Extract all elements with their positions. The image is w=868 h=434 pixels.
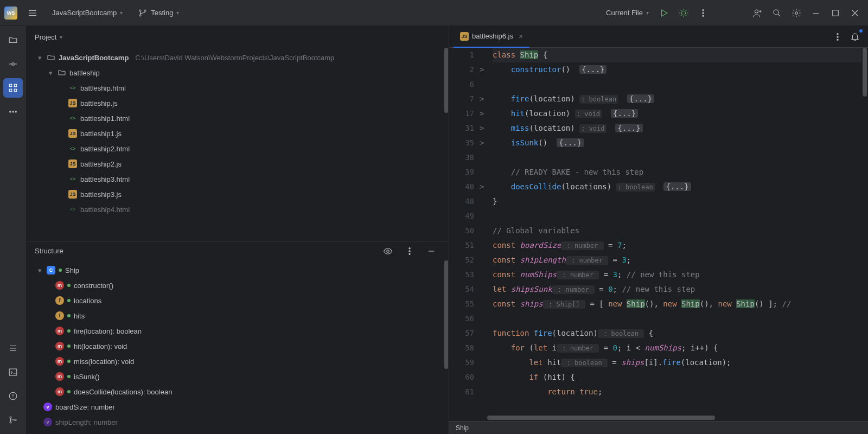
- chevron-down-icon[interactable]: ▾: [47, 69, 54, 77]
- file-row[interactable]: JSbattleship3.js: [26, 187, 449, 202]
- tool-vcs-icon[interactable]: [3, 410, 23, 430]
- svg-point-0: [139, 10, 141, 11]
- run-config-selector[interactable]: Current File ▾: [602, 7, 653, 19]
- svg-point-3: [681, 11, 686, 15]
- folder-icon: [47, 53, 55, 62]
- file-row[interactable]: <>battleship3.html: [26, 171, 449, 187]
- chevron-down-icon[interactable]: ▾: [60, 34, 62, 40]
- structure-member[interactable]: mdoesCollide(locations): boolean: [26, 384, 449, 399]
- breadcrumb-bar: Ship: [449, 421, 868, 434]
- svg-point-1: [139, 15, 141, 16]
- method-icon: m: [55, 327, 64, 335]
- minimize-icon[interactable]: [807, 4, 825, 22]
- structure-member[interactable]: mconstructor(): [26, 278, 449, 293]
- breadcrumb[interactable]: Ship: [456, 424, 469, 432]
- editor-tab-bar: JS battleship6.js ×: [449, 26, 868, 48]
- structure-class[interactable]: ▾ C Ship: [26, 263, 449, 278]
- js-icon: JS: [68, 129, 77, 138]
- svg-point-22: [10, 422, 11, 423]
- svg-point-11: [12, 63, 15, 66]
- git-branch[interactable]: Testing ▾: [133, 6, 183, 20]
- structure-member[interactable]: mmiss(location): void: [26, 354, 449, 369]
- structure-global[interactable]: vshipLength: number: [26, 414, 449, 430]
- public-icon: [67, 329, 71, 333]
- fold-gutter[interactable]: >>>>>>: [480, 48, 488, 414]
- structure-member[interactable]: mfire(location): boolean: [26, 323, 449, 339]
- tool-terminal-icon[interactable]: [3, 362, 23, 382]
- file-row[interactable]: JSbattleship1.js: [26, 126, 449, 141]
- code-content[interactable]: class Ship { constructor() {...} fire(lo…: [488, 48, 861, 414]
- svg-point-4: [703, 9, 704, 10]
- run-button[interactable]: [655, 4, 673, 22]
- structure-title: Structure: [35, 247, 63, 255]
- tool-problems-icon[interactable]: [3, 386, 23, 406]
- close-tab-icon[interactable]: ×: [519, 32, 523, 41]
- project-selector[interactable]: JavaScriptBootcamp ▾: [48, 7, 127, 19]
- project-root[interactable]: ▾ JavaScriptBootcamp C:\Users\David Wats…: [26, 50, 449, 65]
- app-icon: WS: [4, 7, 17, 20]
- chevron-down-icon: ▾: [120, 10, 123, 16]
- main-menu-icon[interactable]: [24, 4, 41, 22]
- structure-member[interactable]: mhit(location): void: [26, 339, 449, 354]
- svg-point-7: [755, 10, 758, 13]
- visibility-icon[interactable]: [379, 242, 397, 260]
- tool-project-icon[interactable]: [3, 30, 23, 50]
- tab-more-icon[interactable]: [829, 28, 846, 46]
- close-icon[interactable]: [846, 4, 864, 22]
- svg-point-27: [409, 253, 410, 254]
- tool-more-icon[interactable]: [3, 102, 23, 122]
- structure-tree[interactable]: ▾ C Ship mconstructor() flocations fhits…: [26, 260, 449, 434]
- svg-rect-14: [9, 89, 12, 92]
- project-tree[interactable]: ▾ JavaScriptBootcamp C:\Users\David Wats…: [26, 48, 449, 241]
- scrollbar[interactable]: [444, 260, 448, 369]
- file-row[interactable]: JSbattleship.js: [26, 95, 449, 111]
- folder-icon: [58, 68, 66, 77]
- scrollbar-horizontal[interactable]: [449, 414, 868, 421]
- chevron-down-icon[interactable]: ▾: [36, 54, 43, 62]
- project-panel-header: Project ▾: [26, 26, 449, 48]
- editor-tab[interactable]: JS battleship6.js ×: [454, 26, 529, 48]
- svg-point-9: [795, 11, 798, 14]
- code-with-me-icon[interactable]: [749, 4, 766, 22]
- chevron-down-icon[interactable]: ▾: [36, 266, 43, 275]
- variable-icon: v: [43, 418, 52, 426]
- tool-structure-icon[interactable]: [3, 78, 23, 98]
- project-name: JavaScriptBootcamp: [52, 9, 117, 17]
- method-icon: m: [55, 372, 64, 381]
- public-icon: [67, 314, 71, 317]
- structure-member[interactable]: misSunk(): [26, 369, 449, 384]
- structure-member[interactable]: fhits: [26, 308, 449, 323]
- debug-button[interactable]: [675, 4, 692, 22]
- svg-rect-12: [9, 84, 12, 87]
- file-row[interactable]: <>battleship.html: [26, 80, 449, 95]
- public-icon: [67, 390, 71, 393]
- tool-commit-icon[interactable]: [3, 54, 23, 74]
- settings-icon[interactable]: [788, 4, 805, 22]
- structure-global[interactable]: vboardSize: number: [26, 399, 449, 414]
- structure-member[interactable]: flocations: [26, 293, 449, 308]
- run-config-label: Current File: [606, 9, 643, 17]
- branch-icon: [138, 8, 148, 18]
- file-row[interactable]: <>battleship2.html: [26, 141, 449, 156]
- code-area[interactable]: ✔ 12671731353839404849505152535455565758…: [449, 48, 868, 414]
- folder-row[interactable]: ▾ battleship: [26, 65, 449, 80]
- more-actions-icon[interactable]: [694, 4, 712, 22]
- tool-todo-icon[interactable]: [3, 339, 23, 358]
- html-icon: <>: [68, 84, 77, 92]
- scrollbar-vertical[interactable]: [861, 48, 868, 414]
- collapse-icon[interactable]: [423, 242, 440, 260]
- file-row[interactable]: <>battleship4.html: [26, 202, 449, 217]
- scrollbar[interactable]: [444, 48, 448, 113]
- public-icon: [67, 344, 71, 348]
- maximize-icon[interactable]: [827, 4, 844, 22]
- svg-point-8: [774, 10, 778, 15]
- search-icon[interactable]: [768, 4, 786, 22]
- file-row[interactable]: JSbattleship2.js: [26, 156, 449, 171]
- public-icon: [67, 360, 71, 363]
- more-icon[interactable]: [401, 242, 418, 260]
- method-icon: m: [55, 357, 64, 366]
- line-gutter[interactable]: 1267173135383940484950515253545556575859…: [449, 48, 480, 414]
- notifications-icon[interactable]: [846, 28, 864, 46]
- svg-rect-15: [14, 89, 17, 92]
- file-row[interactable]: <>battleship1.html: [26, 111, 449, 126]
